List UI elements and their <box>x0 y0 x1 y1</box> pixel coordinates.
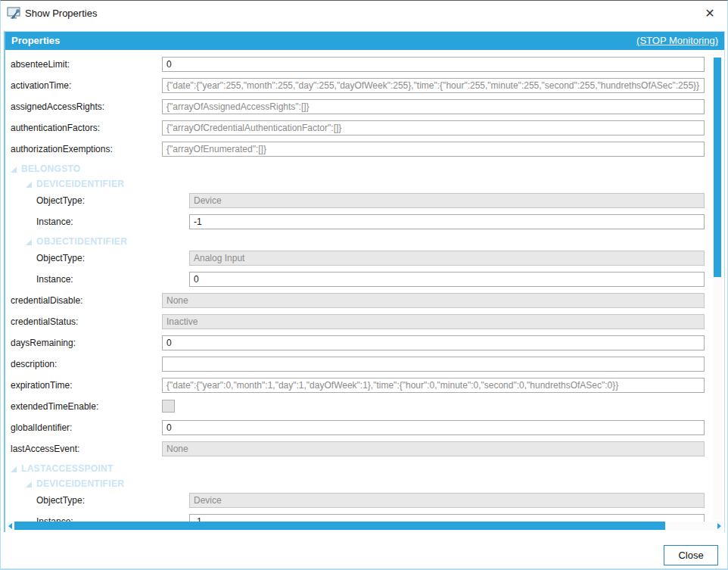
property-row-lastaccessevent-19: lastAccessEvent:None <box>5 441 712 462</box>
section-deviceidentifier-21[interactable]: DEVICEIDENTIFIER <box>5 477 712 492</box>
property-label: ObjectType: <box>36 195 85 206</box>
property-value-objecttype: Analog Input <box>189 251 705 266</box>
property-row-extendedtimeenable-17: extendedTimeEnable: <box>5 398 712 419</box>
property-row-expirationtime-16: expirationTime:{"date":{"year":0,"month"… <box>5 377 712 398</box>
property-row-daysremaining-14: daysRemaining:0 <box>5 335 712 356</box>
property-row-authorizationexemptions-4: authorizationExemptions:{"arrayOfEnumera… <box>5 141 712 162</box>
property-value-lastaccessevent: None <box>162 441 705 456</box>
property-row-authenticationfactors-3: authenticationFactors:{"arrayOfCredentia… <box>5 120 712 141</box>
property-row-absenteelimit-0: absenteeLimit:0 <box>5 56 712 77</box>
property-row-credentialdisable-12: credentialDisable:None <box>5 292 712 313</box>
close-icon[interactable]: ✕ <box>702 5 718 22</box>
property-value-daysremaining[interactable]: 0 <box>162 335 705 350</box>
section-belongsto-5[interactable]: BELONGSTO <box>5 162 712 177</box>
property-value-authenticationfactors[interactable]: {"arrayOfCredentialAuthenticationFactor"… <box>162 120 705 135</box>
property-label: Instance: <box>36 274 73 285</box>
property-label: description: <box>11 359 57 369</box>
property-label: ObjectType: <box>36 495 85 506</box>
title-bar: Show Properties ✕ <box>1 1 727 28</box>
section-label: DEVICEIDENTIFIER <box>36 478 124 489</box>
stop-monitoring-link[interactable]: (STOP Monitoring) <box>636 35 718 46</box>
window-title: Show Properties <box>25 8 97 19</box>
property-value-instance[interactable]: 0 <box>189 272 705 287</box>
properties-header-title: Properties <box>11 35 60 46</box>
property-value-objecttype: Device <box>189 193 705 208</box>
property-row-instance-8: Instance:-1 <box>5 213 712 235</box>
property-label: ObjectType: <box>36 253 85 263</box>
property-row-description-15: description: <box>5 356 712 377</box>
vertical-scrollbar[interactable] <box>713 51 722 520</box>
property-value-activationtime[interactable]: {"date":{"year":255,"month":255,"day":25… <box>162 78 705 93</box>
property-value-absenteelimit[interactable]: 0 <box>162 57 705 72</box>
checkbox-extendedtimeenable[interactable] <box>162 400 175 413</box>
properties-rows: absenteeLimit:0activationTime:{"date":{"… <box>5 50 712 522</box>
property-label: credentialStatus: <box>11 316 78 327</box>
properties-panel: Properties (STOP Monitoring) absenteeLim… <box>4 31 725 533</box>
property-label: globalIdentifier: <box>11 422 72 433</box>
property-value-expirationtime[interactable]: {"date":{"year":0,"month":1,"day":1,"day… <box>162 378 705 393</box>
property-value-objecttype: Device <box>189 493 705 508</box>
property-row-objecttype-10: ObjectType:Analog Input <box>5 250 712 271</box>
property-label: daysRemaining: <box>11 338 76 348</box>
dialog-footer: Close <box>1 532 727 568</box>
property-label: expirationTime: <box>11 380 73 391</box>
property-value-credentialstatus: Inactive <box>162 314 705 329</box>
show-properties-window: { "window": { "title": "Show Properties"… <box>0 0 728 570</box>
properties-header: Properties (STOP Monitoring) <box>5 32 724 50</box>
expander-triangle-icon[interactable] <box>11 167 17 173</box>
property-value-description[interactable] <box>162 357 705 372</box>
property-value-credentialdisable: None <box>162 293 705 308</box>
property-label: extendedTimeEnable: <box>11 401 98 412</box>
property-label: activationTime: <box>11 80 71 91</box>
scroll-right-icon[interactable] <box>717 523 721 529</box>
property-label: Instance: <box>36 216 73 227</box>
property-row-objecttype-22: ObjectType:Device <box>5 492 712 513</box>
property-value-assignedaccessrights[interactable]: {"arrayOfAssignedAccessRights":[]} <box>162 99 705 114</box>
section-label: LASTACCESSPOINT <box>21 463 114 474</box>
horizontal-scrollbar-thumb[interactable] <box>14 522 665 530</box>
section-label: DEVICEIDENTIFIER <box>36 179 124 189</box>
property-label: absenteeLimit: <box>11 59 70 70</box>
section-lastaccesspoint-20[interactable]: LASTACCESSPOINT <box>5 462 712 477</box>
expander-triangle-icon[interactable] <box>11 466 17 472</box>
property-label: credentialDisable: <box>11 295 82 306</box>
property-value-globalidentifier[interactable]: 0 <box>162 420 705 435</box>
scroll-left-icon[interactable] <box>8 523 12 529</box>
properties-window-icon <box>7 7 22 20</box>
scroll-up-icon[interactable] <box>714 46 720 50</box>
property-label: assignedAccessRights: <box>11 101 104 112</box>
property-row-globalidentifier-18: globalIdentifier:0 <box>5 419 712 441</box>
property-label: authorizationExemptions: <box>11 144 113 154</box>
property-label: authenticationFactors: <box>11 123 100 133</box>
expander-triangle-icon[interactable] <box>26 239 32 245</box>
property-value-instance[interactable]: -1 <box>189 214 705 229</box>
vertical-scrollbar-thumb[interactable] <box>714 58 721 277</box>
section-objectidentifier-9[interactable]: OBJECTIDENTIFIER <box>5 235 712 250</box>
property-row-activationtime-1: activationTime:{"date":{"year":255,"mont… <box>5 77 712 98</box>
expander-triangle-icon[interactable] <box>26 182 32 188</box>
property-row-credentialstatus-13: credentialStatus:Inactive <box>5 313 712 335</box>
property-row-instance-11: Instance:0 <box>5 271 712 292</box>
section-label: BELONGSTO <box>21 164 81 174</box>
property-label: lastAccessEvent: <box>11 444 79 454</box>
close-button[interactable]: Close <box>664 545 718 565</box>
property-row-objecttype-7: ObjectType:Device <box>5 192 712 213</box>
horizontal-scrollbar[interactable] <box>7 522 723 531</box>
section-label: OBJECTIDENTIFIER <box>36 236 127 247</box>
section-deviceidentifier-6[interactable]: DEVICEIDENTIFIER <box>5 177 712 192</box>
property-row-assignedaccessrights-2: assignedAccessRights:{"arrayOfAssignedAc… <box>5 98 712 120</box>
property-value-authorizationexemptions[interactable]: {"arrayOfEnumerated":[]} <box>162 142 705 157</box>
expander-triangle-icon[interactable] <box>26 481 32 487</box>
